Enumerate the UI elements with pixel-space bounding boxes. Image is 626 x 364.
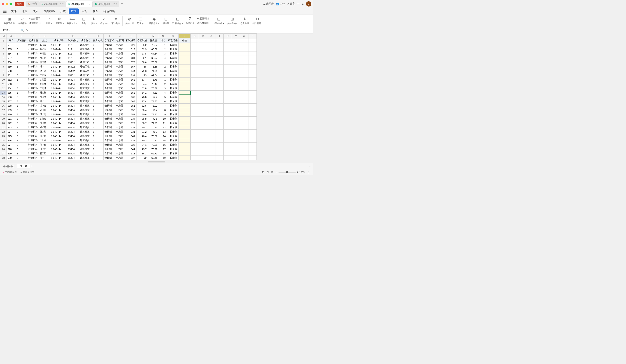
cell-extra-24-0[interactable] — [191, 138, 199, 143]
cell-extra-6-7[interactable] — [248, 60, 257, 65]
cell-O12[interactable]: 拟录取 — [167, 86, 179, 91]
cell-B4[interactable]: 5 — [16, 51, 27, 56]
add-sheet-button[interactable]: + — [31, 164, 33, 168]
cell-L9[interactable]: 73 — [137, 73, 148, 77]
cell-extra-23-0[interactable] — [191, 134, 199, 138]
new-tab-button[interactable]: + — [119, 1, 124, 6]
cell-extra-9-6[interactable] — [240, 73, 248, 77]
cell-E3[interactable]: 1.04E+14 — [50, 47, 67, 51]
cell-E25[interactable]: 1.04E+14 — [50, 143, 67, 147]
cell-I2[interactable]: 全日制 — [104, 43, 115, 47]
tab-2021-close[interactable]: ✕ — [113, 2, 115, 5]
cell-E9[interactable]: 1.04E+14 — [50, 73, 67, 77]
cell-H5[interactable]: 1 — [92, 56, 104, 60]
col-header-T[interactable]: T — [215, 34, 224, 38]
cell-B7[interactable]: 5 — [16, 65, 27, 69]
cell-B3[interactable]: 5 — [16, 47, 27, 51]
cell-extra-19-1[interactable] — [199, 117, 207, 121]
cell-M16[interactable]: 73.92 — [148, 104, 159, 108]
cell-C28[interactable]: 计算机科 — [27, 156, 39, 160]
cell-N11[interactable]: 2 — [159, 82, 167, 86]
cell-extra-8-2[interactable] — [207, 69, 215, 73]
cell-G25[interactable]: 计算机技 — [79, 143, 92, 147]
cell-J16[interactable]: 一志愿 — [115, 104, 125, 108]
cell-extra-28-5[interactable] — [232, 156, 240, 160]
cell-extra-3-6[interactable] — [240, 47, 248, 51]
cell-A15[interactable]: 567 — [7, 99, 16, 104]
cell-extra-15-7[interactable] — [248, 99, 257, 104]
cell-D11[interactable]: 刘*朝 — [39, 82, 50, 86]
cell-extra-22-2[interactable] — [207, 130, 215, 134]
cell-H1[interactable]: 究方向代 — [92, 38, 104, 43]
cell-I26[interactable]: 全日制 — [104, 147, 115, 151]
cell-K15[interactable]: 365 — [125, 99, 137, 104]
cell-extra-6-0[interactable] — [191, 60, 199, 65]
cell-D4[interactable]: 韩*隆 — [39, 51, 50, 56]
cell-K12[interactable]: 361 — [125, 86, 137, 91]
cell-M26[interactable]: 70.27 — [148, 147, 159, 151]
cell-P21[interactable] — [179, 125, 191, 130]
row-header-5[interactable]: 5 — [0, 56, 7, 60]
cell-extra-25-0[interactable] — [191, 143, 199, 147]
cell-extra-3-1[interactable] — [199, 47, 207, 51]
fill-button[interactable]: ⬇ 填充 ▾ — [89, 16, 99, 26]
cell-E6[interactable]: 1.04E+14 — [50, 60, 67, 65]
cell-N10[interactable]: 1 — [159, 77, 167, 82]
cell-N6[interactable]: 1 — [159, 60, 167, 65]
record-button[interactable]: ☰ 记录单 — [136, 16, 145, 26]
cell-G21[interactable]: 计算机技 — [79, 125, 92, 130]
cell-J24[interactable]: 一志愿 — [115, 138, 125, 143]
cell-I15[interactable]: 全日制 — [104, 99, 115, 104]
cell-F17[interactable]: 85404 — [67, 108, 79, 112]
cell-B5[interactable]: 5 — [16, 56, 27, 60]
cell-C14[interactable]: 计算机科 — [27, 95, 39, 99]
cell-D28[interactable]: 喻* — [39, 156, 50, 160]
cell-L2[interactable]: 85.9 — [137, 43, 148, 47]
cell-G6[interactable]: 通信工程 — [79, 60, 92, 65]
cell-extra-19-7[interactable] — [248, 117, 257, 121]
cell-K5[interactable]: 281 — [125, 56, 137, 60]
col-header-P[interactable]: P — [179, 34, 191, 38]
col-header-X[interactable]: X — [248, 34, 257, 38]
cell-A17[interactable]: 569 — [7, 108, 16, 112]
cell-extra-8-4[interactable] — [224, 69, 232, 73]
cell-G22[interactable]: 计算机技 — [79, 130, 92, 134]
cell-I22[interactable]: 全日制 — [104, 130, 115, 134]
cell-extra-17-7[interactable] — [248, 108, 257, 112]
cell-B28[interactable]: 5 — [16, 156, 27, 160]
cell-K9[interactable]: 291 — [125, 73, 137, 77]
share-button[interactable]: ↗ 分享 — [287, 2, 295, 6]
cell-C1[interactable]: 复试学院 — [27, 38, 39, 43]
cell-A2[interactable]: 554 — [7, 43, 16, 47]
cell-extra-10-5[interactable] — [232, 77, 240, 82]
cell-J9[interactable]: 一志愿 — [115, 73, 125, 77]
cell-O24[interactable]: 拟录取 — [167, 138, 179, 143]
cell-P13[interactable] — [179, 91, 191, 95]
cell-H20[interactable]: 0 — [92, 121, 104, 125]
cell-E19[interactable]: 1.04E+14 — [50, 117, 67, 121]
cell-extra-19-6[interactable] — [240, 117, 248, 121]
cell-extra-8-5[interactable] — [232, 69, 240, 73]
cell-O23[interactable]: 拟录取 — [167, 134, 179, 138]
sheet-nav-next[interactable]: ▶ — [8, 164, 11, 168]
more-button[interactable]: ⋯ — [297, 2, 300, 5]
cell-extra-1-2[interactable] — [207, 38, 215, 43]
cell-I23[interactable]: 全日制 — [104, 134, 115, 138]
cell-H16[interactable]: 0 — [92, 104, 104, 108]
cell-extra-2-7[interactable] — [248, 43, 257, 47]
cell-extra-17-2[interactable] — [207, 108, 215, 112]
cell-F25[interactable]: 85404 — [67, 143, 79, 147]
cell-extra-20-6[interactable] — [240, 121, 248, 125]
cell-O3[interactable]: 拟录取 — [167, 47, 179, 51]
cell-extra-21-4[interactable] — [224, 125, 232, 130]
cell-E21[interactable]: 1.04E+14 — [50, 125, 67, 130]
cell-P9[interactable] — [179, 73, 191, 77]
cell-A18[interactable]: 570 — [7, 112, 16, 117]
menu-file[interactable]: 文件 — [9, 8, 19, 14]
cell-C21[interactable]: 计算机科 — [27, 125, 39, 130]
cell-extra-5-0[interactable] — [191, 56, 199, 60]
cell-extra-16-4[interactable] — [224, 104, 232, 108]
row-header-25[interactable]: 25 — [0, 143, 7, 147]
cell-extra-16-1[interactable] — [199, 104, 207, 108]
cell-extra-9-4[interactable] — [224, 73, 232, 77]
